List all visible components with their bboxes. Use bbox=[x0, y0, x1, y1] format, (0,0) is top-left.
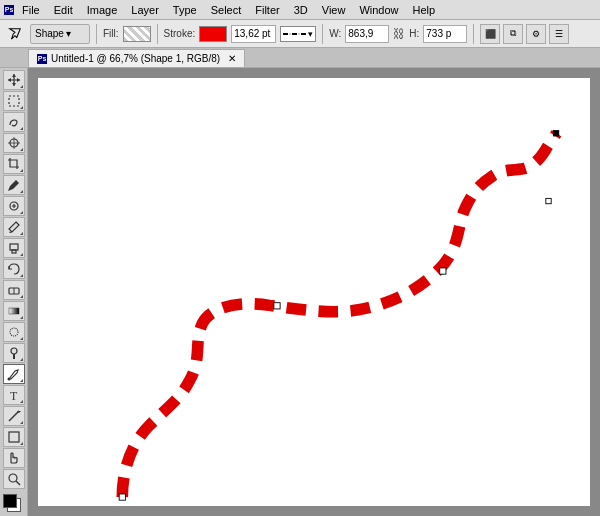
tool-eyedropper[interactable] bbox=[3, 175, 25, 195]
svg-point-11 bbox=[11, 348, 17, 354]
menu-type[interactable]: Type bbox=[167, 3, 203, 17]
tool-hand[interactable] bbox=[3, 448, 25, 468]
svg-rect-22 bbox=[553, 131, 558, 136]
menu-help[interactable]: Help bbox=[407, 3, 442, 17]
tool-triangle bbox=[20, 442, 23, 445]
tool-zoom[interactable] bbox=[3, 469, 25, 489]
canvas bbox=[38, 78, 590, 506]
separator-2 bbox=[157, 24, 158, 44]
svg-text:T: T bbox=[10, 389, 18, 402]
tab-title: Untitled-1 @ 66,7% (Shape 1, RGB/8) bbox=[51, 53, 220, 64]
tool-history[interactable] bbox=[3, 259, 25, 279]
svg-point-10 bbox=[10, 328, 18, 336]
right-toolbar-icons: ⬛ ⧉ ⚙ ☰ bbox=[480, 24, 569, 44]
tool-triangle bbox=[20, 232, 23, 235]
shape-svg bbox=[38, 78, 590, 506]
fill-color-swatch[interactable] bbox=[123, 26, 151, 42]
menu-view[interactable]: View bbox=[316, 3, 352, 17]
tool-eraser[interactable] bbox=[3, 280, 25, 300]
tool-pen[interactable] bbox=[3, 364, 25, 384]
tool-quick-select[interactable] bbox=[3, 133, 25, 153]
extra-options-icon[interactable]: ☰ bbox=[549, 24, 569, 44]
tool-move[interactable] bbox=[3, 70, 25, 90]
tool-triangle bbox=[20, 190, 23, 193]
separator-1 bbox=[96, 24, 97, 44]
tool-path-select[interactable] bbox=[3, 406, 25, 426]
tool-triangle bbox=[20, 211, 23, 214]
tool-triangle bbox=[20, 316, 23, 319]
tool-healing[interactable] bbox=[3, 196, 25, 216]
stroke-width-input[interactable] bbox=[231, 25, 276, 43]
tool-text[interactable]: T bbox=[3, 385, 25, 405]
foreground-swatch[interactable] bbox=[3, 494, 25, 514]
shape-mode-label: Shape bbox=[35, 28, 64, 39]
height-label: H: bbox=[409, 28, 419, 39]
svg-rect-9 bbox=[9, 308, 19, 314]
options-toolbar: Shape ▾ Fill: Stroke: ▾ W: ⛓ H: ⬛ ⧉ ⚙ ☰ bbox=[0, 20, 600, 48]
menu-edit[interactable]: Edit bbox=[48, 3, 79, 17]
tool-triangle bbox=[20, 421, 23, 424]
menubar: Ps File Edit Image Layer Type Select Fil… bbox=[0, 0, 600, 20]
tool-dodge[interactable] bbox=[3, 343, 25, 363]
tool-gradient[interactable] bbox=[3, 301, 25, 321]
menu-file[interactable]: File bbox=[16, 3, 46, 17]
stroke-label: Stroke: bbox=[164, 28, 196, 39]
separator-4 bbox=[473, 24, 474, 44]
fill-label: Fill: bbox=[103, 28, 119, 39]
tool-triangle bbox=[20, 400, 23, 403]
chevron-down-icon-dash: ▾ bbox=[308, 29, 313, 39]
width-input[interactable] bbox=[345, 25, 389, 43]
tool-stamp[interactable] bbox=[3, 238, 25, 258]
separator-3 bbox=[322, 24, 323, 44]
menu-filter[interactable]: Filter bbox=[249, 3, 285, 17]
arrange-icon[interactable]: ⧉ bbox=[503, 24, 523, 44]
ps-logo: Ps bbox=[4, 5, 14, 15]
tool-triangle bbox=[20, 127, 23, 130]
tool-triangle bbox=[20, 337, 23, 340]
tool-crop[interactable] bbox=[3, 154, 25, 174]
tool-triangle bbox=[20, 274, 23, 277]
settings-icon[interactable]: ⚙ bbox=[526, 24, 546, 44]
svg-rect-0 bbox=[9, 96, 19, 106]
canvas-area bbox=[28, 68, 600, 516]
height-input[interactable] bbox=[423, 25, 467, 43]
left-toolbar: T bbox=[0, 68, 28, 516]
tab-ps-icon: Ps bbox=[37, 54, 47, 64]
menu-select[interactable]: Select bbox=[205, 3, 248, 17]
width-label: W: bbox=[329, 28, 341, 39]
svg-rect-21 bbox=[440, 268, 446, 274]
tool-shape[interactable] bbox=[3, 427, 25, 447]
tool-mode-icon bbox=[4, 24, 26, 44]
tool-blur[interactable] bbox=[3, 322, 25, 342]
svg-point-17 bbox=[9, 474, 17, 482]
link-proportions-icon[interactable]: ⛓ bbox=[393, 27, 405, 41]
tool-triangle bbox=[20, 148, 23, 151]
svg-rect-16 bbox=[9, 432, 19, 442]
shape-mode-dropdown[interactable]: Shape ▾ bbox=[30, 24, 90, 44]
menu-image[interactable]: Image bbox=[81, 3, 124, 17]
tool-brush[interactable] bbox=[3, 217, 25, 237]
align-left-icon[interactable]: ⬛ bbox=[480, 24, 500, 44]
svg-point-13 bbox=[7, 378, 10, 381]
tool-lasso[interactable] bbox=[3, 112, 25, 132]
tool-triangle bbox=[20, 106, 23, 109]
tabbar: Ps Untitled-1 @ 66,7% (Shape 1, RGB/8) ✕ bbox=[0, 48, 600, 68]
tool-triangle bbox=[20, 253, 23, 256]
menu-layer[interactable]: Layer bbox=[125, 3, 165, 17]
svg-rect-19 bbox=[119, 494, 125, 500]
chevron-down-icon: ▾ bbox=[66, 28, 71, 39]
tool-triangle bbox=[20, 358, 23, 361]
svg-rect-6 bbox=[12, 250, 16, 253]
tool-selection[interactable] bbox=[3, 91, 25, 111]
svg-rect-20 bbox=[274, 303, 280, 309]
stroke-style-dropdown[interactable]: ▾ bbox=[280, 26, 316, 42]
document-tab[interactable]: Ps Untitled-1 @ 66,7% (Shape 1, RGB/8) ✕ bbox=[28, 49, 245, 67]
stroke-color-swatch[interactable] bbox=[199, 26, 227, 42]
tab-close-icon[interactable]: ✕ bbox=[228, 53, 236, 64]
svg-rect-5 bbox=[10, 244, 18, 250]
tool-triangle bbox=[20, 169, 23, 172]
menu-3d[interactable]: 3D bbox=[288, 3, 314, 17]
menu-window[interactable]: Window bbox=[353, 3, 404, 17]
tool-triangle bbox=[20, 85, 23, 88]
svg-rect-23 bbox=[546, 198, 551, 203]
